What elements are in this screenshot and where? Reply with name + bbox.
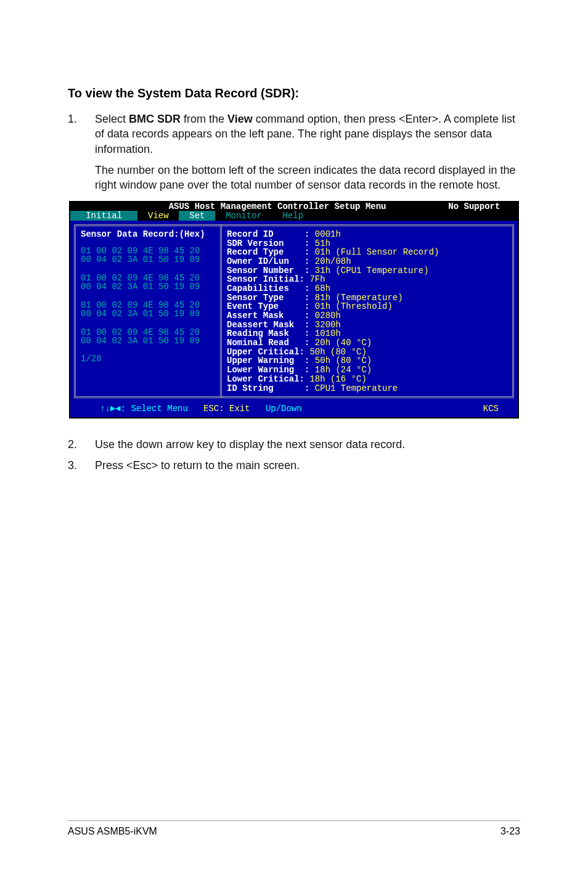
kv-value: 01h (Full Sensor Record) (309, 247, 439, 257)
kv-label: Nominal Read : (227, 338, 309, 348)
text: from the (181, 113, 227, 125)
hex-row: 01 00 02 09 4E 98 45 20 (81, 247, 215, 256)
kv-value: 18h (24 °C) (309, 365, 372, 375)
menu-help[interactable]: Help (283, 211, 304, 221)
steps-list: 1.Select BMC SDR from the View command o… (68, 112, 520, 192)
kv-row: Deassert Mask : 3200h (227, 321, 507, 330)
text: Select (95, 113, 129, 125)
status-kcs: KCS (483, 404, 499, 414)
kv-value: 50h (80 °C) (304, 347, 367, 357)
kv-row: ID String : CPU1 Temperature (227, 384, 507, 393)
menu-monitor[interactable]: Monitor (226, 211, 262, 221)
hex-row: 00 04 02 3A 01 50 19 09 (81, 337, 215, 346)
step-body: Select BMC SDR from the View command opt… (95, 112, 520, 192)
section-heading: To view the System Data Record (SDR): (68, 86, 520, 100)
kv-value: 68h (309, 284, 330, 293)
status-updown: Up/Down (266, 404, 302, 414)
kv-value: 7Fh (304, 274, 325, 284)
kv-label: SDR Version : (227, 239, 309, 248)
hex-row: 01 00 02 09 4E 98 45 20 (81, 274, 215, 283)
kv-value: 20h (40 °C) (309, 338, 372, 348)
left-pane-title: Sensor Data Record:(Hex) (81, 230, 215, 239)
kv-value: 0001h (309, 229, 340, 239)
kv-label: Record Type : (227, 247, 309, 257)
kv-value: 50h (80 °C) (309, 356, 372, 366)
record-counter: 1/28 (81, 354, 215, 364)
kv-label: Sensor Type : (227, 293, 309, 303)
terminal-body: Sensor Data Record:(Hex) 01 00 02 09 4E … (70, 221, 518, 402)
kv-rows: Record ID : 0001hSDR Version : 51hRecord… (227, 230, 507, 393)
page-footer: ASUS ASMB5-iKVM 3-23 (68, 820, 520, 837)
kv-label: Record ID : (227, 229, 309, 239)
title-right: No Support (448, 202, 500, 211)
kv-row: Capabilities : 68h (227, 284, 507, 293)
kv-row: Record Type : 01h (Full Sensor Record) (227, 248, 507, 257)
kv-row: Nominal Read : 20h (40 °C) (227, 338, 507, 348)
kv-row: Lower Critical: 18h (16 °C) (227, 375, 507, 384)
kv-row: Sensor Type : 81h (Temperature) (227, 293, 507, 303)
step-body: Press <Esc> to return to the main screen… (95, 458, 520, 473)
step-paragraph: The number on the bottom left of the scr… (95, 163, 520, 193)
step-number: 3. (68, 458, 95, 473)
kv-label: Sensor Number : (227, 266, 309, 276)
kv-value: 18h (16 °C) (304, 374, 367, 384)
text: The number on the bottom left of the scr… (95, 164, 515, 191)
menu-set[interactable]: Set (189, 211, 205, 221)
hex-row: 00 04 02 3A 01 50 19 09 (81, 282, 215, 292)
kv-label: Lower Warning : (227, 365, 309, 375)
hex-rows: 01 00 02 09 4E 98 45 2000 04 02 3A 01 50… (81, 247, 215, 346)
step-number: 1. (68, 112, 95, 192)
step-paragraph: Select BMC SDR from the View command opt… (95, 112, 520, 157)
step-number: 2. (68, 437, 95, 452)
terminal-status-bar: ↑↓►◄: Select Menu ESC: Exit Up/Down KCS (70, 402, 518, 417)
kv-value: 51h (309, 239, 330, 248)
left-pane: Sensor Data Record:(Hex) 01 00 02 09 4E … (74, 224, 222, 398)
kv-value: CPU1 Temperature (309, 383, 398, 393)
step-item: 2.Use the down arrow key to display the … (68, 437, 520, 452)
kv-label: ID String : (227, 383, 309, 393)
text: Press <Esc> to return to the main screen… (95, 459, 300, 472)
bold-text: BMC SDR (129, 113, 181, 125)
kv-value: 01h (Threshold) (309, 301, 392, 311)
hex-row: 01 00 02 09 4E 98 45 20 (81, 301, 215, 310)
menu-view[interactable]: View (148, 211, 169, 221)
kv-row: Owner ID/Lun : 20h/08h (227, 257, 507, 266)
kv-row: SDR Version : 51h (227, 239, 507, 248)
menu-initial[interactable]: Initial (86, 211, 122, 221)
kv-value: 3200h (309, 320, 340, 330)
kv-row: Upper Critical: 50h (80 °C) (227, 348, 507, 357)
kv-row: Record ID : 0001h (227, 230, 507, 239)
kv-label: Sensor Initial: (227, 274, 304, 284)
kv-label: Deassert Mask : (227, 320, 309, 330)
page: To view the System Data Record (SDR): 1.… (0, 0, 588, 874)
step-paragraph: Use the down arrow key to display the ne… (95, 437, 520, 452)
kv-label: Owner ID/Lun : (227, 256, 309, 266)
terminal-screenshot: ASUS Host Management Controller Setup Me… (69, 201, 519, 418)
step-item: 1.Select BMC SDR from the View command o… (68, 112, 520, 192)
step-item: 3.Press <Esc> to return to the main scre… (68, 458, 520, 473)
kv-label: Capabilities : (227, 284, 309, 293)
step-body: Use the down arrow key to display the ne… (95, 437, 520, 452)
hex-row (81, 292, 215, 301)
hex-row (81, 319, 215, 328)
kv-row: Lower Warning : 18h (24 °C) (227, 366, 507, 375)
status-esc: ESC: Exit (203, 404, 250, 414)
kv-row: Reading Mask : 1010h (227, 329, 507, 338)
text: Use the down arrow key to display the ne… (95, 438, 405, 451)
bold-text: View (227, 113, 253, 125)
terminal: ASUS Host Management Controller Setup Me… (69, 201, 519, 418)
kv-row: Event Type : 01h (Threshold) (227, 302, 507, 311)
kv-value: 81h (Temperature) (309, 293, 402, 303)
kv-value: 20h/08h (309, 256, 351, 266)
kv-row: Sensor Number : 31h (CPU1 Temperature) (227, 266, 507, 276)
kv-label: Event Type : (227, 301, 309, 311)
hex-row (81, 264, 215, 274)
terminal-title-bar: ASUS Host Management Controller Setup Me… (70, 202, 518, 211)
kv-value: 1010h (309, 329, 340, 338)
kv-value: 31h (CPU1 Temperature) (309, 266, 428, 276)
kv-label: Reading Mask : (227, 329, 309, 338)
kv-value: 0280h (309, 311, 340, 321)
hex-row: 01 00 02 09 4E 98 45 20 (81, 328, 215, 337)
hex-row: 00 04 02 3A 01 50 19 09 (81, 255, 215, 264)
terminal-menu-bar: Initial View Set Monitor Help (70, 211, 518, 221)
